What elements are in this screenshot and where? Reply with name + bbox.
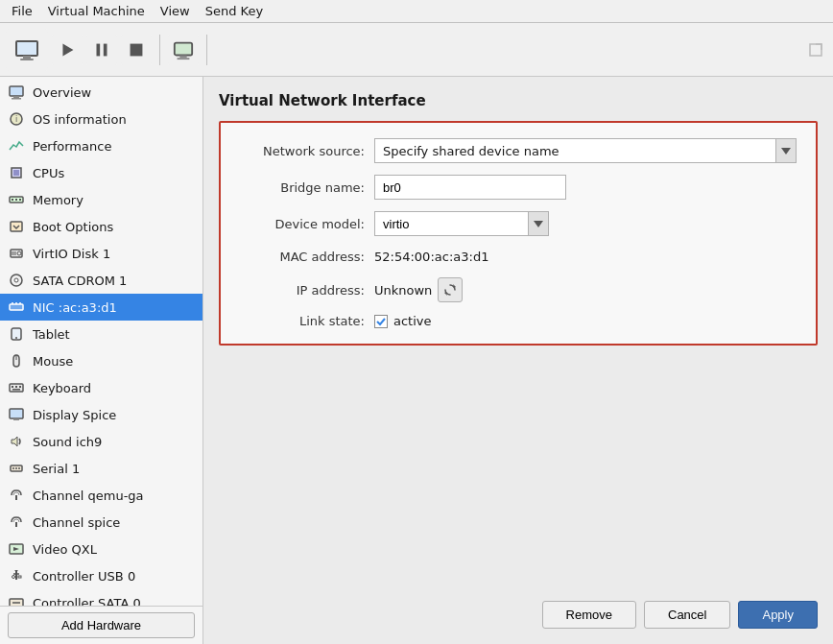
content-title: Virtual Network Interface: [219, 92, 818, 109]
svg-rect-2: [20, 59, 34, 60]
pause-button[interactable]: [86, 35, 117, 65]
apply-button[interactable]: Apply: [738, 601, 818, 629]
network-source-dropdown[interactable]: Specify shared device name: [374, 138, 797, 163]
memory-icon: [8, 191, 25, 208]
network-source-value: Specify shared device name: [374, 138, 775, 163]
sidebar-item-label: Channel spice: [33, 515, 120, 530]
svg-rect-8: [179, 55, 186, 58]
menu-send-key[interactable]: Send Key: [198, 2, 271, 20]
svg-point-43: [12, 467, 14, 469]
sidebar-item-virtio-disk-1[interactable]: VirtIO Disk 1: [0, 240, 202, 267]
sidebar-item-channel-spice[interactable]: Channel spice: [0, 509, 202, 536]
sidebar-item-label: Channel qemu-ga: [33, 489, 144, 503]
sidebar-item-label: NIC :ac:a3:d1: [33, 300, 117, 315]
sidebar-item-display-spice[interactable]: Display Spice: [0, 401, 202, 428]
svg-point-33: [15, 337, 17, 339]
sidebar-item-controller-sata-0[interactable]: Controller SATA 0: [0, 589, 202, 606]
content-area: Virtual Network Interface Network source…: [203, 77, 833, 644]
sidebar-footer: Add Hardware: [0, 606, 202, 644]
svg-rect-40: [10, 409, 23, 418]
svg-rect-4: [97, 43, 101, 56]
svg-rect-18: [12, 199, 13, 201]
sidebar-item-sound-ich9[interactable]: Sound ich9: [0, 428, 202, 455]
svg-rect-7: [175, 42, 192, 55]
sidebar-item-label: Serial 1: [33, 462, 80, 476]
sound-icon: [8, 433, 25, 450]
add-hardware-button[interactable]: Add Hardware: [8, 612, 195, 638]
mouse-icon: [8, 352, 25, 370]
sidebar-item-os-information[interactable]: i OS information: [0, 106, 202, 132]
svg-rect-22: [11, 250, 22, 257]
sidebar-item-cpus[interactable]: CPUs: [0, 159, 202, 186]
svg-rect-6: [131, 43, 143, 56]
vm-details-button[interactable]: [6, 29, 48, 71]
menu-virtual-machine[interactable]: Virtual Machine: [40, 2, 153, 20]
sidebar-item-keyboard[interactable]: Keyboard: [0, 374, 202, 401]
menu-file[interactable]: File: [4, 2, 40, 20]
svg-text:i: i: [15, 115, 17, 124]
svg-rect-20: [19, 199, 21, 201]
mac-address-row: MAC address: 52:54:00:ac:a3:d1: [240, 248, 797, 266]
link-state-active-label: active: [393, 314, 432, 328]
sidebar-item-label: Tablet: [33, 327, 70, 342]
remove-button[interactable]: Remove: [542, 601, 636, 629]
sidebar-item-label: Keyboard: [33, 381, 91, 395]
nic-form: Network source: Specify shared device na…: [219, 121, 818, 346]
sata-icon: [8, 594, 25, 606]
sidebar-item-video-qxl[interactable]: Video QXL: [0, 536, 202, 562]
sidebar-item-sata-cdrom-1[interactable]: SATA CDROM 1: [0, 267, 202, 294]
cancel-button[interactable]: Cancel: [644, 601, 730, 629]
sidebar-item-label: OS information: [33, 112, 127, 127]
link-state-control: active: [374, 314, 432, 328]
link-state-checkbox[interactable]: [374, 315, 388, 328]
network-source-arrow[interactable]: [775, 138, 797, 163]
ip-address-row: IP address: Unknown: [240, 277, 797, 302]
keyboard-icon: [8, 379, 25, 396]
sidebar-item-serial-1[interactable]: Serial 1: [0, 455, 202, 482]
ip-address-label: IP address:: [240, 283, 374, 298]
nic-icon: [8, 298, 25, 316]
sidebar-item-mouse[interactable]: Mouse: [0, 347, 202, 374]
stop-button[interactable]: [121, 35, 152, 65]
serial-icon: [8, 460, 25, 477]
virtio-disk-icon: [8, 245, 25, 262]
svg-rect-28: [10, 304, 23, 310]
display-spice-icon: [8, 406, 25, 423]
boot-options-icon: [8, 218, 25, 235]
sidebar-item-boot-options[interactable]: Boot Options: [0, 213, 202, 240]
sidebar-item-overview[interactable]: Overview: [0, 79, 202, 106]
link-state-label: Link state:: [240, 314, 374, 328]
sidebar-item-performance[interactable]: Performance: [0, 132, 202, 159]
device-model-arrow[interactable]: [528, 211, 549, 236]
sidebar-item-label: Boot Options: [33, 220, 113, 234]
sidebar-item-label: VirtIO Disk 1: [33, 247, 110, 261]
svg-marker-60: [534, 221, 543, 227]
device-model-input[interactable]: [374, 211, 528, 236]
menu-view[interactable]: View: [153, 2, 198, 20]
sidebar-item-label: Sound ich9: [33, 435, 102, 449]
sidebar-item-channel-qemu-ga[interactable]: Channel qemu-ga: [0, 482, 202, 509]
tablet-icon: [8, 325, 25, 343]
resize-icon: [804, 38, 827, 61]
sidebar-item-label: Controller SATA 0: [33, 596, 141, 607]
svg-rect-9: [178, 58, 190, 60]
svg-point-44: [15, 467, 17, 469]
sidebar-item-label: CPUs: [33, 166, 64, 180]
toolbar-separator2: [206, 35, 207, 65]
network-source-label: Network source:: [240, 144, 374, 158]
ip-address-control: Unknown: [374, 277, 463, 302]
bridge-name-row: Bridge name:: [240, 175, 797, 200]
run-button[interactable]: [52, 35, 83, 65]
sidebar-item-label: Controller USB 0: [33, 569, 135, 584]
performance-icon: [8, 137, 25, 155]
sidebar-item-memory[interactable]: Memory: [0, 186, 202, 213]
svg-rect-10: [10, 86, 23, 96]
refresh-ip-button[interactable]: [438, 277, 463, 302]
svg-rect-21: [11, 222, 22, 231]
bridge-name-input[interactable]: [374, 175, 566, 200]
console-button[interactable]: [168, 35, 199, 65]
sidebar-item-tablet[interactable]: Tablet: [0, 321, 202, 347]
sidebar-item-controller-usb-0[interactable]: Controller USB 0: [0, 562, 202, 589]
sidebar-item-nic-ac-a3-d1[interactable]: NIC :ac:a3:d1: [0, 294, 202, 321]
footer-bar: Remove Cancel Apply: [219, 589, 818, 629]
